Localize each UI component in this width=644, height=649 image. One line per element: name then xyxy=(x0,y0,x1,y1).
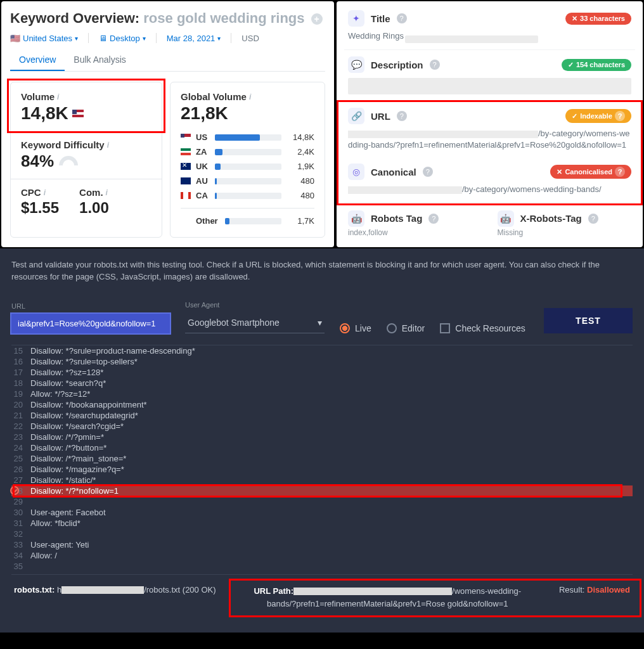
code-line: 29 xyxy=(11,496,633,507)
url-input[interactable] xyxy=(11,314,170,333)
code-line: 17Disallow: *?sz=128* xyxy=(11,367,633,378)
description-badge: ✓ 154 characters xyxy=(562,59,631,71)
code-line: 20Disallow: */bookanappointment* xyxy=(11,399,633,410)
code-line: 31Allow: *fbclid* xyxy=(11,518,633,529)
add-icon[interactable]: + xyxy=(311,13,323,25)
flag-ca-icon xyxy=(181,192,191,199)
code-line: 33User-agent: Yeti xyxy=(11,539,633,550)
global-volume-row: UK1,9K xyxy=(181,159,314,174)
robots-tag-block: 🤖 Robots Tag ? index,follow xyxy=(348,210,482,237)
page-title: Keyword Overview: rose gold wedding ring… xyxy=(10,10,325,27)
code-line: 30User-agent: Facebot xyxy=(11,507,633,518)
tester-footer: robots.txt: h/robots.txt (200 OK) URL Pa… xyxy=(11,574,633,622)
tabs: Overview Bulk Analysis xyxy=(10,49,325,72)
check-resources-checkbox[interactable]: Check Resources xyxy=(440,323,525,333)
code-line: 26Disallow: */magazine?q=* xyxy=(11,464,633,475)
user-agent-select[interactable]: Googlebot Smartphone▾ xyxy=(185,312,325,333)
code-line: 34Allow: / xyxy=(11,550,633,561)
code-line: 21Disallow: */searchupdategrid* xyxy=(11,410,633,421)
filter-bar: 🇺🇸 United States ▾ 🖥 Desktop ▾ Mar 28, 2… xyxy=(10,33,325,43)
volume-card: Volume i 14,8K Keyword Difficulty i 84% … xyxy=(10,82,162,238)
url-block: 🔗 URL ? ✓ Indexable ? /by-category/women… xyxy=(344,101,635,157)
global-volume-row: ZA2,4K xyxy=(181,145,314,159)
country-filter[interactable]: 🇺🇸 United States ▾ xyxy=(10,34,78,43)
test-result: Result: Disallowed xyxy=(559,585,630,612)
code-line: 25Disallow: /*?main_stone=* xyxy=(11,453,633,464)
info-icon[interactable]: i xyxy=(57,93,59,101)
code-line: 19Allow: */?sz=12* xyxy=(11,389,633,399)
info-icon[interactable]: i xyxy=(106,188,108,197)
date-filter[interactable]: Mar 28, 2021 ▾ xyxy=(167,34,221,43)
flag-au-icon xyxy=(181,177,191,184)
global-volume-row: US14,8K xyxy=(181,130,314,145)
info-icon[interactable]: i xyxy=(249,93,251,101)
robots-txt-status: robots.txt: h/robots.txt (200 OK) xyxy=(14,585,216,612)
chevron-down-icon: ▾ xyxy=(318,318,322,328)
flag-uk-icon xyxy=(181,163,191,170)
tab-overview[interactable]: Overview xyxy=(10,49,65,71)
global-volume-row: AU480 xyxy=(181,174,314,188)
currency-label: USD xyxy=(242,34,259,43)
robots-tester-panel: Test and validate your robots.txt with t… xyxy=(0,248,644,633)
code-line: 32 xyxy=(11,529,633,539)
compass-icon: ✦ xyxy=(348,10,364,27)
help-icon[interactable]: ? xyxy=(588,214,598,224)
target-icon: ◎ xyxy=(348,164,364,180)
mode-live-radio[interactable]: Live xyxy=(340,323,371,333)
speech-icon: 💬 xyxy=(348,56,364,73)
info-icon[interactable]: i xyxy=(44,188,46,197)
seo-inspection-panel: ✦ Title ? ✕ 33 characters Wedding Rings … xyxy=(337,1,643,247)
difficulty-gauge-icon xyxy=(59,156,78,165)
code-line: 16Disallow: *?srule=top-sellers* xyxy=(11,356,633,367)
tester-description: Test and validate your robots.txt with t… xyxy=(11,259,633,283)
code-line: 27Disallow: */static/* xyxy=(11,475,633,485)
code-line: 15Disallow: *?srule=product-name-descend… xyxy=(11,345,633,356)
blocked-icon xyxy=(10,486,19,495)
tab-bulk-analysis[interactable]: Bulk Analysis xyxy=(65,49,134,71)
code-line: 28Disallow: */?*nofollow=1 xyxy=(11,485,633,496)
keyword-overview-panel: Keyword Overview: rose gold wedding ring… xyxy=(1,1,334,247)
help-icon[interactable]: ? xyxy=(397,111,407,121)
global-volume-card: Global Volume i 21,8K US14,8KZA2,4KUK1,9… xyxy=(170,82,325,238)
device-filter[interactable]: 🖥 Desktop ▾ xyxy=(99,34,146,43)
global-volume-row: CA480 xyxy=(181,188,314,203)
robot-icon: 🤖 xyxy=(348,210,364,227)
mode-editor-radio[interactable]: Editor xyxy=(387,323,425,333)
info-icon[interactable]: i xyxy=(107,141,109,150)
flag-us-icon xyxy=(72,110,84,117)
code-line: 22Disallow: */search?cgid=* xyxy=(11,421,633,432)
title-block: ✦ Title ? ✕ 33 characters Wedding Rings xyxy=(344,4,635,50)
canonical-badge: ✕ Canonicalised ? xyxy=(550,165,631,179)
help-icon[interactable]: ? xyxy=(397,13,407,23)
x-robots-tag-block: 🤖 X-Robots-Tag ? Missing xyxy=(498,210,632,237)
flag-us-icon xyxy=(181,134,191,141)
robots-code-viewer: 15Disallow: *?srule=product-name-descend… xyxy=(11,345,633,572)
title-badge: ✕ 33 characters xyxy=(565,13,631,25)
robot-icon: 🤖 xyxy=(498,210,514,227)
code-line: 23Disallow: /*/?pmin=* xyxy=(11,432,633,442)
code-line: 18Disallow: *search?q* xyxy=(11,378,633,389)
help-icon[interactable]: ? xyxy=(430,60,440,70)
flag-za-icon xyxy=(181,148,191,155)
canonical-block: ◎ Canonical ? ✕ Canonicalised ? /by-cate… xyxy=(344,157,635,202)
url-badge: ✓ Indexable ? xyxy=(565,109,631,123)
code-line: 35 xyxy=(11,561,633,572)
help-icon[interactable]: ? xyxy=(423,167,433,177)
code-line: 24Disallow: /*?button=* xyxy=(11,442,633,453)
test-button[interactable]: TEST xyxy=(544,308,633,333)
description-block: 💬 Description ? ✓ 154 characters xyxy=(344,50,635,101)
help-icon[interactable]: ? xyxy=(428,214,439,224)
url-path-result: URL Path:/womens-wedding-bands/?prefn1=r… xyxy=(242,585,534,612)
link-icon: 🔗 xyxy=(348,108,364,124)
